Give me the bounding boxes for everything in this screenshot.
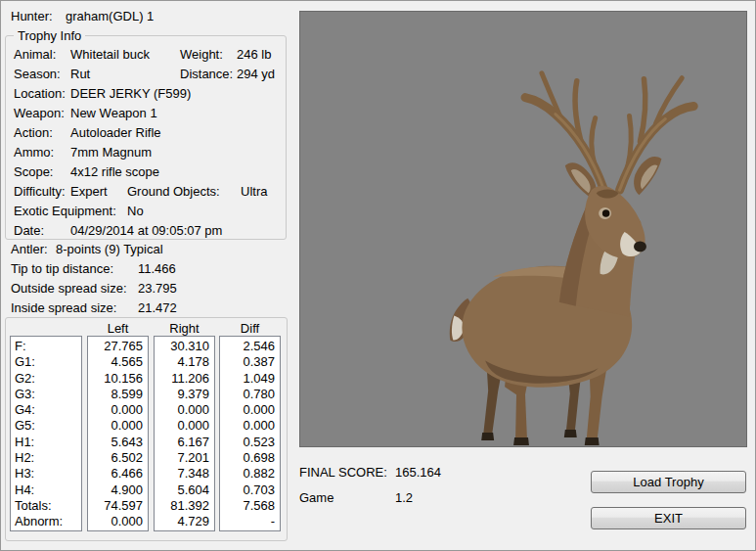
ground-objects-label: Ground Objects: (127, 182, 220, 202)
location-label: Location: (14, 84, 66, 104)
measure-left-cell: 5.643 (88, 435, 148, 450)
row-animal-weight: Animal: Whitetail buck Weight: 246 lb (6, 45, 286, 65)
measure-right-cell: 81.392 (155, 498, 214, 514)
measure-left-cell: 0.000 (88, 514, 148, 529)
inside-spread-value: 21.472 (138, 298, 177, 318)
row-date: Date: 04/29/2014 at 09:05:07 pm (6, 221, 286, 241)
game-label: Game (299, 488, 334, 508)
load-trophy-button[interactable]: Load Trophy (591, 471, 746, 493)
row-action: Action: Autoloader Rifle (6, 123, 286, 143)
inside-spread-label: Inside spread size: (11, 298, 116, 318)
measure-diff-cell: 0.780 (220, 387, 280, 402)
measure-right-cell: 30.310 (155, 339, 214, 354)
exit-button[interactable]: EXIT (591, 507, 746, 529)
measure-row-label: G3: (11, 387, 81, 402)
weapon-label: Weapon: (14, 104, 65, 123)
inside-spread-line: Inside spread size: 21.472 (1, 298, 294, 318)
exotic-equipment-value: No (127, 202, 144, 221)
antler-label: Antler: (11, 240, 48, 259)
scope-label: Scope: (14, 162, 53, 182)
measure-row-label: H1: (11, 435, 81, 450)
weight-label: Weight: (180, 45, 223, 65)
measure-diff-cell: 2.546 (220, 339, 280, 354)
exotic-equipment-label: Exotic Equipment: (14, 202, 116, 221)
measure-row-label: G5: (11, 418, 81, 434)
hunter-value: graham(GDL) 1 (66, 9, 154, 23)
measure-row-label: G4: (11, 402, 81, 418)
row-scope: Scope: 4x12 rifle scope (6, 162, 286, 182)
measure-left-cell: 74.597 (88, 498, 148, 514)
measure-diff-cell: 7.568 (220, 498, 280, 514)
action-value: Autoloader Rifle (70, 123, 161, 143)
measure-row-label: H2: (11, 450, 81, 466)
measure-diff-box[interactable]: 2.5460.3871.0490.7800.0000.0000.5230.698… (219, 336, 281, 531)
measure-right-cell: 0.000 (155, 418, 214, 434)
measure-diff-cell: 0.000 (220, 402, 280, 418)
measure-row-label: H4: (11, 482, 81, 498)
measure-right-cell: 4.729 (155, 514, 214, 529)
game-version-value: 1.2 (395, 488, 413, 508)
final-score-label: FINAL SCORE: (299, 463, 387, 482)
deer-nose (634, 241, 646, 252)
whitetail-buck-render (300, 12, 746, 446)
animal-label: Animal: (14, 45, 56, 65)
measure-left-cell: 4.565 (88, 354, 148, 370)
measure-right-cell: 5.604 (155, 482, 214, 498)
scope-value: 4x12 rifle scope (70, 162, 159, 182)
measure-labels-box[interactable]: F:G1:G2:G3:G4:G5:H1:H2:H3:H4:Totals:Abno… (10, 336, 82, 531)
row-weapon: Weapon: New Weapon 1 (6, 104, 286, 123)
measure-right-cell: 9.379 (155, 387, 214, 402)
measure-right-cell: 6.167 (155, 435, 214, 450)
measure-left-cell: 0.000 (88, 402, 148, 418)
ground-objects-value: Ultra (241, 182, 267, 202)
measure-row-label: Totals: (11, 498, 81, 514)
measure-diff-cell: 0.523 (220, 435, 280, 450)
measurements-groupbox: Left Right Diff F:G1:G2:G3:G4:G5:H1:H2:H… (5, 317, 288, 541)
column-header-left: Left (87, 321, 149, 336)
outside-spread-line: Outside spread size: 23.795 (1, 279, 294, 298)
trophy-render-viewport[interactable] (299, 11, 747, 447)
measure-diff-cell: 0.698 (220, 450, 280, 466)
antler-value: 8-points (9) Typical (56, 240, 163, 259)
measure-row-label: G1: (11, 354, 81, 370)
outside-spread-value: 23.795 (138, 279, 177, 298)
difficulty-value: Expert (70, 182, 108, 202)
row-exotic: Exotic Equipment: No (6, 202, 286, 221)
final-score-value: 165.164 (395, 463, 441, 482)
measure-row-label: G2: (11, 371, 81, 387)
weight-value: 246 lb (237, 45, 271, 65)
row-ammo: Ammo: 7mm Magnum (6, 143, 286, 162)
measure-diff-cell: 0.882 (220, 466, 280, 482)
measure-right-cell: 7.348 (155, 466, 214, 482)
difficulty-label: Difficulty: (14, 182, 66, 202)
measure-row-label: Abnorm: (11, 514, 81, 529)
deer-eye (602, 209, 610, 217)
row-location: Location: DEER JERKY (F599) (6, 84, 286, 104)
measure-diff-cell: 1.049 (220, 371, 280, 387)
column-header-right: Right (154, 321, 215, 336)
measure-diff-cell: - (220, 514, 280, 529)
tip-to-tip-value: 11.466 (138, 259, 176, 279)
trophy-info-window: Hunter: graham(GDL) 1 Trophy Info Animal… (0, 0, 756, 551)
outside-spread-label: Outside spread size: (11, 279, 127, 298)
season-label: Season: (14, 65, 61, 84)
ammo-label: Ammo: (14, 143, 54, 162)
measure-diff-cell: 0.387 (220, 354, 280, 370)
measure-left-cell: 4.900 (88, 482, 148, 498)
weapon-value: New Weapon 1 (70, 104, 157, 123)
measure-left-cell: 6.502 (88, 450, 148, 466)
hunter-label: Hunter: (11, 9, 53, 23)
measure-left-cell: 27.765 (88, 339, 148, 354)
measure-left-box[interactable]: 27.7654.56510.1568.5990.0000.0005.6436.5… (87, 336, 149, 531)
measure-left-cell: 0.000 (88, 418, 148, 434)
action-label: Action: (14, 123, 53, 143)
measure-left-cell: 10.156 (88, 371, 148, 387)
measure-diff-cell: 0.000 (220, 418, 280, 434)
column-header-diff: Diff (219, 321, 281, 336)
measure-right-box[interactable]: 30.3104.17811.2069.3790.0000.0006.1677.2… (154, 336, 215, 531)
tip-to-tip-label: Tip to tip distance: (11, 259, 113, 279)
ammo-value: 7mm Magnum (70, 143, 152, 162)
measure-row-label: F: (11, 339, 81, 354)
measure-right-cell: 7.201 (155, 450, 214, 466)
date-value: 04/29/2014 at 09:05:07 pm (70, 221, 222, 241)
